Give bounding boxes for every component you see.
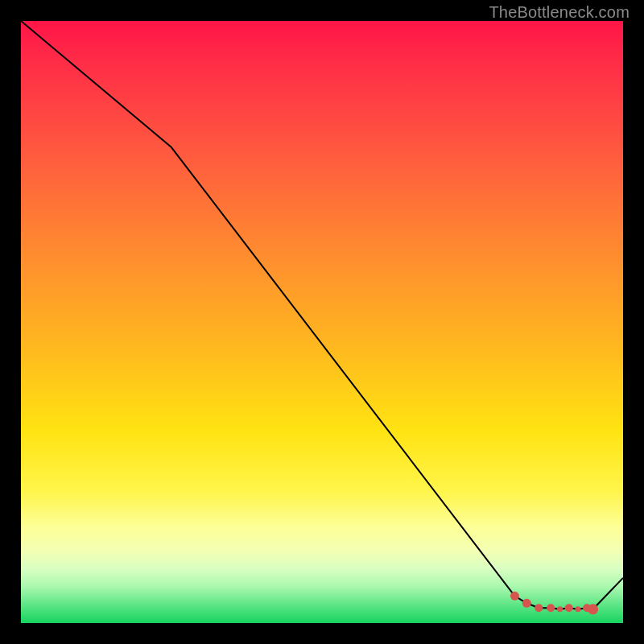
chart-marker-dot xyxy=(510,592,519,601)
chart-series-line xyxy=(21,21,623,609)
chart-marker-dot xyxy=(575,606,580,612)
attribution-text: TheBottleneck.com xyxy=(489,3,630,22)
chart-plot-area xyxy=(21,21,623,623)
chart-marker-dot xyxy=(535,604,543,612)
chart-marker-dot xyxy=(557,606,563,612)
chart-stage: TheBottleneck.com xyxy=(0,0,644,644)
chart-marker-dot xyxy=(522,599,531,608)
chart-marker-group xyxy=(510,592,598,615)
chart-marker-dot xyxy=(547,604,555,612)
chart-marker-dot xyxy=(588,604,598,614)
chart-marker-dot xyxy=(565,604,573,612)
chart-svg xyxy=(21,21,623,623)
